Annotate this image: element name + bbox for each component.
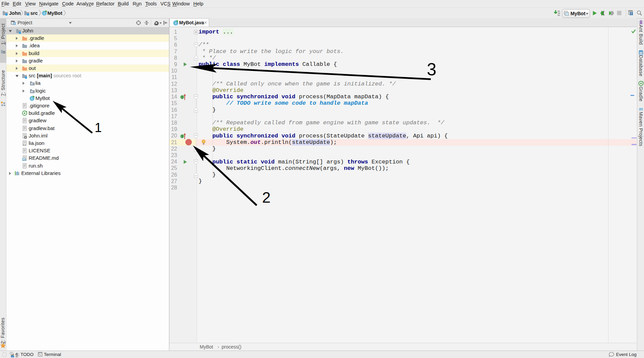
svg-text:m: m	[639, 106, 643, 111]
svg-text:c: c	[31, 97, 33, 100]
svg-text:01: 01	[558, 14, 560, 16]
svg-text:c: c	[175, 21, 176, 25]
svg-text:MD: MD	[22, 158, 26, 161]
svg-text:c: c	[44, 11, 45, 15]
svg-text:{}: {}	[23, 143, 26, 146]
